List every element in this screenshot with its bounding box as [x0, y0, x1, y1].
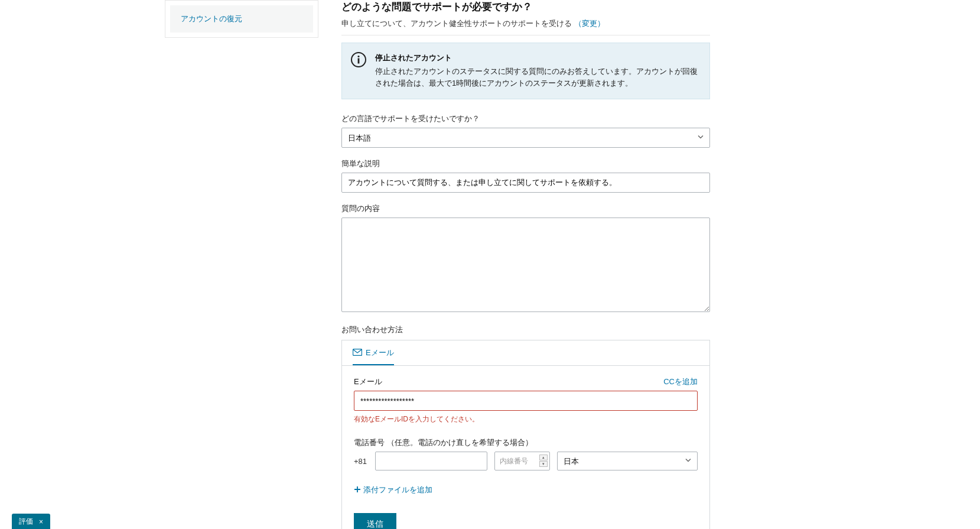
submit-button[interactable]: 送信 — [354, 513, 396, 529]
tab-email[interactable]: Eメール — [353, 340, 394, 365]
language-select[interactable]: 日本語 — [341, 128, 710, 148]
main-content: どのような問題でサポートが必要ですか？ 申し立てについて、アカウント健全性サポー… — [341, 0, 710, 529]
tab-email-label: Eメール — [366, 348, 394, 358]
notice-title: 停止されたアカウント — [375, 53, 700, 63]
feedback-tab[interactable]: 評価 × — [12, 514, 50, 529]
subtitle-text: 申し立てについて、アカウント健全性サポートのサポートを受ける — [341, 19, 574, 28]
extension-spinner: ▴ ▾ — [539, 455, 548, 467]
contact-panel: Eメール Eメール CCを追加 有効なEメールIDを入力してください。 電話番号… — [341, 340, 710, 529]
attach-file-label: 添付ファイルを追加 — [363, 485, 432, 495]
page-heading: どのような問題でサポートが必要ですか？ — [341, 0, 710, 14]
details-textarea[interactable] — [341, 218, 710, 312]
svg-rect-2 — [358, 59, 360, 64]
sidebar: アカウントの復元 — [165, 0, 318, 38]
phone-label: 電話番号 （任意。電話のかけ直しを希望する場合） — [354, 437, 698, 448]
close-icon[interactable]: × — [39, 518, 43, 526]
phone-prefix: +81 — [354, 457, 368, 466]
email-input[interactable] — [354, 391, 698, 411]
brief-label: 簡単な説明 — [341, 158, 710, 169]
email-field-label: Eメール — [354, 377, 382, 387]
info-icon — [350, 51, 367, 68]
brief-input[interactable] — [341, 173, 710, 193]
country-select[interactable]: 日本 — [557, 452, 698, 470]
change-link[interactable]: （変更） — [574, 19, 605, 28]
language-label: どの言語でサポートを受けたいですか？ — [341, 113, 710, 124]
attach-file-link[interactable]: 添付ファイルを追加 — [354, 485, 698, 495]
email-error-message: 有効なEメールIDを入力してください。 — [354, 414, 698, 424]
sidebar-item-label: アカウントの復元 — [181, 14, 242, 23]
svg-point-1 — [357, 56, 359, 57]
spinner-down[interactable]: ▾ — [539, 461, 548, 467]
details-label: 質問の内容 — [341, 203, 710, 214]
subtitle-row: 申し立てについて、アカウント健全性サポートのサポートを受ける （変更） — [341, 18, 710, 35]
plus-icon — [354, 486, 361, 495]
notice-body: 停止されたアカウントのステータスに関する質問にのみお答えしています。アカウントが… — [375, 66, 700, 89]
add-cc-link[interactable]: CCを追加 — [663, 377, 698, 387]
info-notice: 停止されたアカウント 停止されたアカウントのステータスに関する質問にのみお答えし… — [341, 43, 710, 99]
email-icon — [353, 349, 362, 358]
contact-method-label: お問い合わせ方法 — [341, 324, 710, 335]
feedback-label: 評価 — [19, 517, 33, 527]
spinner-up[interactable]: ▴ — [539, 455, 548, 460]
phone-input[interactable] — [375, 452, 487, 470]
sidebar-item-account-restore[interactable]: アカウントの復元 — [170, 5, 313, 33]
